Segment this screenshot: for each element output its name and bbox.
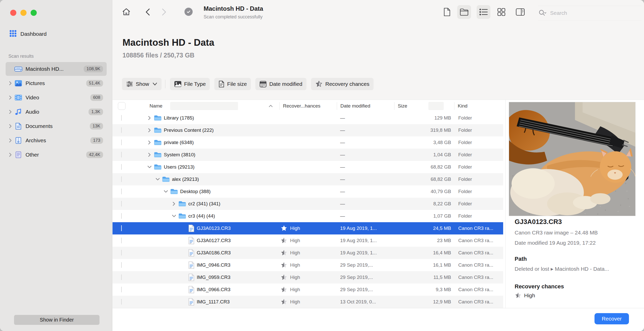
row-checkbox[interactable] [121, 127, 122, 133]
table-row-private-6348[interactable]: private (6348)—3,48 GBFolder [113, 136, 503, 149]
row-checkbox[interactable] [121, 250, 122, 256]
view-folders-button[interactable] [457, 5, 471, 19]
row-checkbox-cell [113, 262, 131, 268]
table-row-gj3a0127-cr3[interactable]: GJ3A0127.CR3High19 Aug 2019, 1...23 MBCa… [113, 234, 503, 247]
close-button[interactable] [10, 10, 16, 16]
row-checkbox[interactable] [121, 115, 122, 121]
table-row-img-0959-cr3[interactable]: IMG_0959.CR3High29 Sep 2019,...11,5 MBCa… [113, 271, 503, 283]
sidebar-item-archives[interactable]: Archives173 [6, 134, 107, 147]
minimize-button[interactable] [20, 10, 27, 16]
show-filter-button[interactable]: Show [122, 78, 162, 90]
chevron-down-icon[interactable] [163, 189, 169, 194]
select-all-checkbox[interactable] [118, 102, 126, 110]
row-recovery-value: High [290, 262, 300, 268]
view-list-button[interactable] [477, 5, 490, 19]
chevron-right-icon[interactable] [147, 140, 152, 145]
row-checkbox[interactable] [121, 238, 122, 243]
row-name: Desktop (388) [180, 189, 210, 194]
table-row-img-0966-cr3[interactable]: IMG_0966.CR3High29 Sep 2019,...9,3 MBCan… [113, 283, 503, 296]
table-row-gj3a0186-cr3[interactable]: GJ3A0186.CR3High19 Aug 2019, 1...16,4 MB… [113, 247, 503, 259]
forward-button[interactable] [157, 5, 171, 19]
row-checkbox[interactable] [121, 225, 122, 231]
filter-button-file-type[interactable]: File Type [170, 78, 210, 90]
sidebar-item-documents[interactable]: Documents13K [6, 119, 107, 133]
sidebar-item-video[interactable]: Video608 [6, 91, 107, 104]
table-row-cr2-341-341[interactable]: cr2 (341) (341)—8,22 GBFolder [113, 198, 503, 210]
row-checkbox[interactable] [121, 213, 122, 219]
search-input[interactable] [550, 10, 627, 16]
row-size-cell: 16,4 MB [394, 250, 454, 256]
row-checkbox[interactable] [121, 287, 122, 292]
preview-recovery-value: High [515, 292, 535, 299]
chevron-right-icon[interactable] [171, 201, 177, 206]
folder-icon [178, 201, 186, 207]
table-row-img-1117-cr3[interactable]: IMG_1117.CR3High13 Oct 2019, 0...12,9 MB… [113, 296, 503, 308]
table-row-system-3810[interactable]: System (3810)—1,04 GBFolder [113, 149, 503, 161]
row-checkbox[interactable] [121, 299, 122, 305]
chevron-right-icon[interactable] [147, 128, 152, 133]
chevron-right-icon[interactable] [8, 81, 13, 86]
chevron-right-icon[interactable] [8, 95, 13, 100]
view-file-button[interactable] [440, 5, 454, 19]
row-checkbox[interactable] [121, 262, 122, 268]
row-size-cell: 68,82 GB [394, 164, 454, 170]
row-checkbox[interactable] [121, 201, 122, 207]
chevron-right-icon[interactable] [147, 152, 152, 157]
column-header-date[interactable]: Date modified [337, 102, 394, 110]
row-name: cr2 (341) (341) [188, 201, 220, 207]
chevron-down-icon[interactable] [147, 164, 152, 170]
chevron-right-icon[interactable] [147, 115, 152, 121]
home-icon [122, 7, 131, 17]
column-header-size[interactable]: Size [394, 102, 454, 110]
chevron-right-icon[interactable] [8, 138, 13, 143]
table-row-previous-content-222[interactable]: Previous Content (222)—319,8 MBFolder [113, 124, 503, 136]
chevron-down-icon[interactable] [171, 214, 177, 219]
sidebar-item-macintosh-hd[interactable]: Macintosh HD...108,9K [6, 62, 107, 76]
toggle-preview-panel-button[interactable] [513, 5, 527, 19]
view-grid-button[interactable] [494, 5, 508, 19]
row-checkbox[interactable] [121, 164, 122, 170]
row-size-cell: 11,5 MB [394, 275, 454, 280]
folder-icon [170, 188, 178, 195]
filter-buttons: File TypeFile sizeDate modifiedRecovery … [170, 78, 374, 90]
table-row-desktop-388[interactable]: Desktop (388)—40,79 GBFolder [113, 185, 503, 198]
column-header-recovery[interactable]: Recover...hances [279, 102, 337, 110]
table-row-gj3a0123-cr3[interactable]: GJ3A0123.CR3High19 Aug 2019, 1...24,5 MB… [113, 222, 503, 234]
table-row-img-0946-cr3[interactable]: IMG_0946.CR3High29 Sep 2019,...16,1 MBCa… [113, 259, 503, 271]
filter-button-date-modified[interactable]: Date modified [255, 78, 306, 90]
scan-status-indicator [184, 8, 193, 16]
sidebar-item-other[interactable]: Other42,4K [6, 148, 107, 162]
row-checkbox[interactable] [121, 188, 122, 194]
row-name: IMG_1117.CR3 [197, 299, 230, 305]
chevron-right-icon[interactable] [8, 109, 13, 114]
row-name-cell: IMG_0959.CR3 [131, 271, 279, 283]
sidebar-item-pictures[interactable]: Pictures51,4K [6, 76, 107, 90]
recover-button[interactable]: Recover [595, 313, 629, 324]
column-header-kind[interactable]: Kind [454, 102, 503, 110]
filter-button-recovery-chances[interactable]: Recovery chances [311, 78, 374, 90]
row-checkbox-cell [113, 115, 131, 121]
table-row-library-1785[interactable]: Library (1785)—129 MBFolder [113, 112, 503, 124]
chevron-down-icon[interactable] [155, 177, 160, 182]
filter-button-label: File size [227, 81, 247, 87]
sidebar-item-audio[interactable]: Audio1,3K [6, 105, 107, 119]
table-row-cr3-44-44[interactable]: cr3 (44) (44)—1,07 GBFolder [113, 210, 503, 222]
file-icon [188, 224, 194, 232]
filter-button-file-size[interactable]: File size [214, 78, 251, 90]
zoom-button[interactable] [31, 10, 37, 16]
row-kind-cell: Canon CR3 ra... [454, 238, 503, 243]
row-checkbox[interactable] [121, 152, 122, 158]
table-row-alex-29213[interactable]: alex (29213)—68,82 GBFolder [113, 173, 503, 185]
chevron-right-icon[interactable] [8, 124, 13, 129]
show-in-finder-button[interactable]: Show in Finder [14, 315, 100, 325]
row-checkbox[interactable] [121, 176, 122, 182]
preview-image [509, 102, 636, 216]
row-checkbox[interactable] [121, 274, 122, 280]
home-button[interactable] [119, 5, 133, 19]
table-row-users-29213[interactable]: Users (29213)—68,82 GBFolder [113, 161, 503, 173]
sidebar-item-dashboard[interactable]: Dashboard [6, 27, 107, 41]
back-button[interactable] [141, 5, 155, 19]
item-count-badge: 108,9K [84, 66, 103, 72]
chevron-right-icon[interactable] [8, 152, 13, 157]
row-checkbox[interactable] [121, 139, 122, 145]
